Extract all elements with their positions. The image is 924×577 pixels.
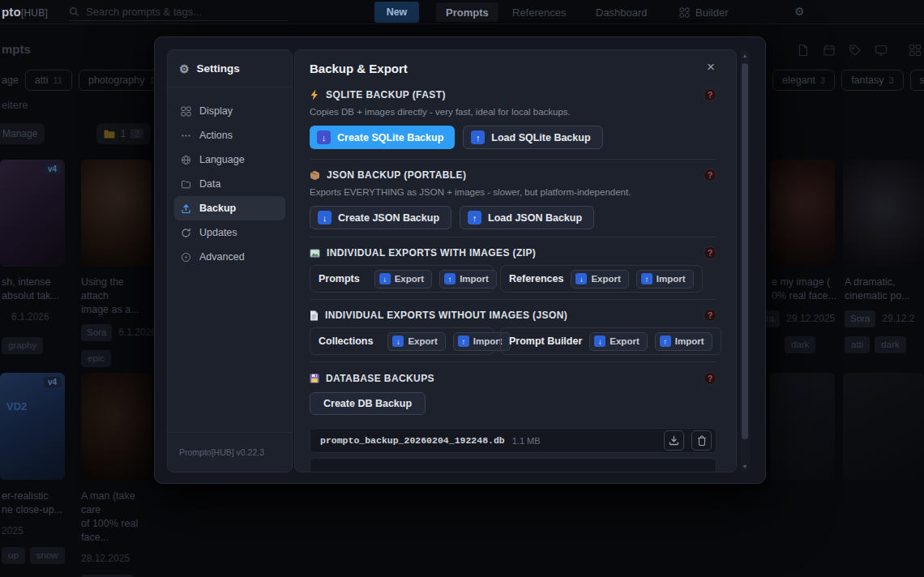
button-label: Load SQLite Backup	[491, 132, 590, 143]
bg-source-badge: Sora	[81, 324, 112, 341]
help-icon[interactable]: ?	[704, 372, 717, 385]
scroll-down-arrow[interactable]: ▼	[742, 460, 748, 472]
bg-card-line: A dramatic,	[845, 276, 924, 289]
app-logo: pto[HUB]	[2, 5, 48, 19]
export-button[interactable]: ↓Export	[571, 270, 628, 288]
grid-icon	[181, 106, 191, 117]
bg-card-date: 6.1.2026	[11, 310, 49, 324]
search-box[interactable]	[69, 3, 288, 21]
sidebar-item-data[interactable]: Data	[174, 172, 285, 196]
export-button[interactable]: ↓Export	[374, 270, 432, 288]
create-db-backup-button[interactable]: Create DB Backup	[310, 392, 426, 415]
mini-button-label: Import	[473, 336, 503, 346]
modal-scrollbar[interactable]: ▲ ▼	[740, 49, 750, 472]
bg-tag-fragment: age	[2, 75, 19, 86]
sidebar-item-actions[interactable]: Actions	[174, 123, 285, 147]
scrollbar-track[interactable]	[740, 62, 750, 460]
export-button[interactable]: ↓Export	[589, 332, 647, 351]
load-sqlite-backup-button[interactable]: ↑ Load SQLite Backup	[463, 126, 602, 149]
export-group-prompt-builder: Prompt Builder ↓Export ↑Import	[500, 327, 721, 355]
bg-tag-filter-row: age atti11 photography11	[2, 70, 169, 91]
bg-card-image	[843, 160, 924, 267]
search-icon	[69, 6, 79, 17]
bg-card-image	[81, 160, 152, 267]
import-button[interactable]: ↑Import	[655, 332, 712, 351]
backup-file-name: prompto_backup_20260204_192248.db	[320, 435, 505, 446]
backup-file-size: 1.1 MB	[512, 436, 541, 446]
picture-icon	[310, 248, 320, 259]
bg-tag-chip: snow	[910, 70, 924, 91]
upload-icon	[181, 203, 191, 214]
tab-builder-label: Builder	[695, 6, 728, 19]
close-icon[interactable]: ×	[705, 62, 717, 73]
bg-card-image	[81, 373, 152, 480]
sidebar-item-label: Language	[199, 154, 245, 165]
mini-button-label: Export	[591, 274, 620, 284]
app-topbar: pto[HUB] New Prompts References Dashboar…	[0, 0, 924, 24]
bg-card-meta: e my image ( 0% real face... ra29.12.202…	[772, 276, 836, 353]
globe-icon	[181, 155, 191, 165]
section-title: INDIVIDUAL EXPORTS WITHOUT IMAGES (JSON)	[325, 310, 697, 321]
create-json-backup-button[interactable]: ↓ Create JSON Backup	[310, 206, 451, 229]
mini-button-label: Import	[657, 274, 686, 284]
sidebar-item-backup[interactable]: Backup	[174, 196, 285, 220]
download-icon: ↓	[379, 273, 391, 284]
delete-backup-button[interactable]	[691, 430, 712, 451]
tab-builder[interactable]: Builder	[669, 2, 738, 22]
help-icon[interactable]: ?	[704, 246, 717, 259]
bg-card-line: ne close-up...	[2, 503, 68, 517]
tab-prompts[interactable]: Prompts	[436, 2, 498, 22]
upload-icon: ↑	[444, 273, 456, 284]
settings-gear-icon[interactable]: ⚙	[794, 6, 805, 17]
package-icon	[310, 170, 320, 181]
bg-folder-chip: 1 2	[96, 123, 151, 144]
bg-card-image: v4 VD2	[0, 373, 65, 480]
logo-suffix: [HUB]	[21, 7, 48, 19]
search-input[interactable]	[86, 6, 264, 18]
sidebar-item-language[interactable]: Language	[174, 147, 285, 172]
bg-card-meta: A man (take care of 100% real face... 28…	[81, 489, 154, 577]
bg-card-tag: dark	[785, 336, 815, 353]
logo-text: pto	[2, 5, 21, 19]
help-icon[interactable]: ?	[704, 309, 717, 322]
tag-icon	[849, 44, 862, 57]
bg-card-tag: atti	[845, 336, 870, 353]
bg-more-label: eitere	[2, 99, 28, 111]
sidebar-item-display[interactable]: Display	[174, 99, 285, 123]
tab-references[interactable]: References	[503, 2, 575, 22]
download-icon: ↓	[317, 130, 331, 144]
calendar-icon	[823, 44, 836, 57]
sidebar-item-label: Actions	[199, 130, 233, 141]
upload-icon: ↑	[458, 336, 469, 347]
import-button[interactable]: ↑Import	[636, 270, 694, 288]
sidebar-item-updates[interactable]: Updates	[174, 220, 285, 245]
section-zip-exports: INDIVIDUAL EXPORTS WITH IMAGES (ZIP) ? P…	[310, 237, 717, 300]
scroll-up-arrow[interactable]: ▲	[742, 49, 748, 62]
page-icon	[310, 310, 319, 321]
help-icon[interactable]: ?	[704, 169, 717, 182]
load-json-backup-button[interactable]: ↑ Load JSON Backup	[460, 206, 594, 229]
sidebar-item-label: Display	[199, 105, 233, 117]
create-sqlite-backup-button[interactable]: ↓ Create SQLite Backup	[310, 126, 455, 149]
help-icon[interactable]: ?	[704, 88, 717, 101]
sidebar-item-label: Updates	[199, 227, 237, 238]
document-icon	[797, 44, 810, 57]
version-badge: v4	[44, 164, 61, 174]
bg-card-image: v4	[0, 160, 65, 267]
bg-tag-chip: atti11	[25, 70, 72, 91]
button-label: Create JSON Backup	[338, 212, 439, 224]
scrollbar-thumb[interactable]	[742, 63, 748, 439]
download-backup-button[interactable]	[664, 430, 684, 451]
new-button[interactable]: New	[374, 2, 419, 23]
builder-grid-icon	[679, 7, 690, 18]
sidebar-item-advanced[interactable]: Advanced	[174, 245, 285, 269]
export-group-prompts: Prompts ↓Export ↑Import	[310, 265, 494, 293]
bg-card-line: 0% real face...	[772, 289, 836, 303]
button-label: Create SQLite Backup	[337, 132, 443, 143]
sidebar-item-label: Backup	[199, 203, 236, 214]
import-button[interactable]: ↑Import	[439, 270, 497, 288]
app-version: Prompto[HUB] v0.22.3	[168, 432, 292, 472]
bg-heading: mpts	[2, 42, 31, 56]
export-button[interactable]: ↓Export	[387, 332, 445, 351]
tab-dashboard[interactable]: Dashboard	[586, 2, 657, 22]
